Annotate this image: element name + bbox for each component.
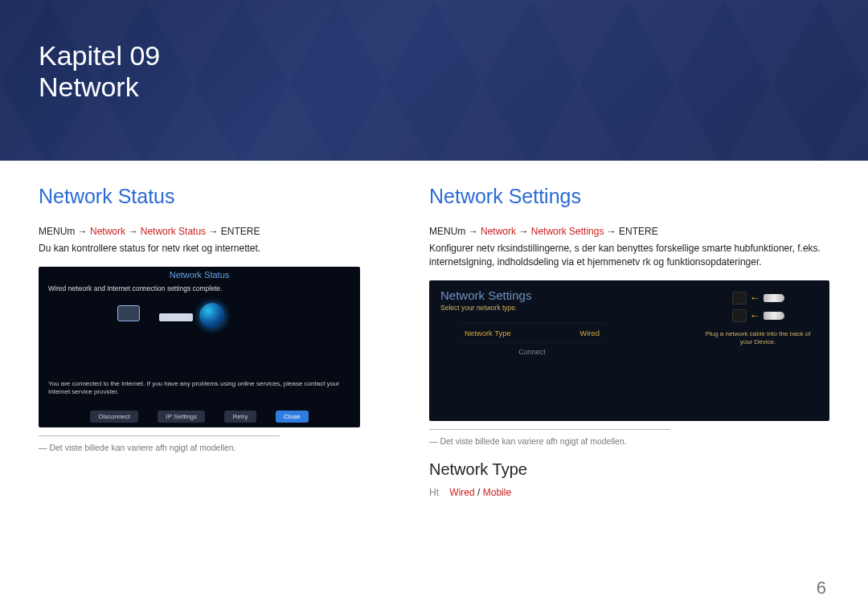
shot2-item-network-type: Network Type Wired <box>460 323 604 342</box>
path-enter: ENTERE <box>221 226 260 237</box>
path-sep: → <box>518 226 528 237</box>
arrow-left-icon: ← <box>750 292 760 304</box>
shot2-subtitle: Select your network type. <box>440 304 665 312</box>
ethernet-jack-icon <box>732 309 747 322</box>
page-number: 6 <box>817 578 826 599</box>
footnote-right: ― Det viste billede kan variere afh ngig… <box>429 436 829 446</box>
chapter-number: Kapitel 09 <box>39 40 868 72</box>
body-network-status: Du kan kontrollere status for netv rket … <box>39 242 397 255</box>
screenshot-network-settings: Network Settings Select your network typ… <box>429 280 829 421</box>
shot-title: Network Status <box>39 267 360 280</box>
path-sep: → <box>607 226 616 237</box>
ethernet-plug-icon <box>764 294 784 302</box>
path-sep: → <box>208 226 218 237</box>
path-network: Network <box>90 226 125 237</box>
body-network-settings: Konfigurer netv rksindstillingerne, s de… <box>429 242 829 269</box>
shot2-title: Network Settings <box>440 288 665 302</box>
path-prefix: MENUm <box>39 226 75 237</box>
shot-btn-close: Close <box>276 411 308 423</box>
footnote-divider <box>39 435 280 436</box>
ethernet-plug-icon <box>764 312 784 320</box>
path-network-status: Network Status <box>141 226 206 237</box>
chapter-header: Kapitel 09 Network <box>0 0 868 161</box>
path-prefix: MENUm <box>429 226 465 237</box>
column-network-settings: Network Settings MENUm → Network → Netwo… <box>429 185 829 503</box>
subheading-network-type: Network Type <box>429 460 829 479</box>
path-sep: → <box>78 226 88 237</box>
ethernet-jack-icon <box>732 292 747 304</box>
shot-btn-retry: Retry <box>224 411 256 423</box>
shot-btn-ip-settings: IP Settings <box>158 411 205 423</box>
shot2-item-value: Wired <box>579 329 600 337</box>
network-type-options: Ht Wired / Mobile <box>429 487 829 498</box>
footnote-divider <box>429 429 670 430</box>
path-sep: → <box>128 226 137 237</box>
path-network-settings: Network Settings <box>531 226 604 237</box>
modem-icon <box>159 313 193 321</box>
device-icon <box>117 305 140 321</box>
type-sep: / <box>477 487 480 498</box>
chapter-title: Network <box>39 72 868 103</box>
screenshot-network-status: Network Status Wired network and Interne… <box>39 267 360 427</box>
heading-network-status: Network Status <box>39 185 397 208</box>
port-row-2: ← <box>732 309 784 322</box>
shot2-item-label: Network Type <box>465 329 511 337</box>
port-row-1: ← <box>732 292 784 304</box>
globe-icon <box>199 303 225 329</box>
path-sep: → <box>469 226 478 237</box>
path-enter: ENTERE <box>619 226 658 237</box>
arrow-left-icon: ← <box>750 309 760 321</box>
footnote-left: ― Det viste billede kan variere afh ngig… <box>39 443 397 452</box>
heading-network-settings: Network Settings <box>429 185 829 208</box>
shot-btn-disconnect: Disconnect <box>90 411 138 423</box>
shot2-hint: Plug a network cable into the back of yo… <box>698 330 818 347</box>
shot-subtitle: Wired network and Internet connection se… <box>39 280 360 296</box>
shot-message: You are connected to the Internet. If yo… <box>48 380 350 397</box>
menu-path-network-settings: MENUm → Network → Network Settings → ENT… <box>429 226 829 237</box>
type-mobile: Mobile <box>483 487 511 498</box>
shot2-item-connect: Connect <box>460 342 604 361</box>
type-prefix: Ht <box>429 487 439 498</box>
column-network-status: Network Status MENUm → Network → Network… <box>39 185 397 503</box>
type-wired: Wired <box>449 487 474 498</box>
path-network: Network <box>481 226 516 237</box>
menu-path-network-status: MENUm → Network → Network Status → ENTER… <box>39 226 397 237</box>
